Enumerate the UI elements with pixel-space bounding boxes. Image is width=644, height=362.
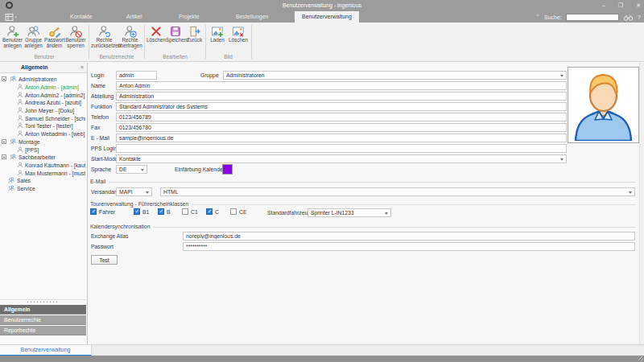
sidebar-splitter-handle[interactable] bbox=[0, 299, 86, 304]
chevron-down-icon bbox=[629, 191, 632, 194]
checkbox-c1[interactable] bbox=[182, 208, 188, 215]
window-title: Benutzerverwaltung - ingenious bbox=[0, 0, 644, 11]
close-button[interactable]: ✕ bbox=[636, 0, 641, 11]
bild-loeschen-button[interactable]: Löschen bbox=[228, 24, 249, 58]
user-block-icon bbox=[69, 25, 82, 38]
tab-benutzerverwaltung[interactable]: Benutzerverwaltung bbox=[295, 11, 359, 23]
tree-expander-icon[interactable] bbox=[2, 76, 6, 81]
sidebar-collapse-icon[interactable]: « bbox=[80, 63, 84, 72]
maximize-button[interactable]: ❒ bbox=[618, 0, 623, 11]
tree-user-andreas-azubi[interactable]: Andreas Azubi - [azubi] bbox=[0, 99, 85, 106]
save-floppy-icon bbox=[169, 25, 182, 38]
fax-input[interactable] bbox=[116, 123, 567, 132]
sidebar: Allgemein « Administratoren Anton Admin … bbox=[0, 63, 88, 344]
start-modul-select[interactable]: Kontakte bbox=[116, 154, 567, 163]
checkbox-ce[interactable] bbox=[230, 208, 237, 215]
checkbox-fahrer[interactable] bbox=[90, 208, 97, 215]
exchange-alias-input[interactable] bbox=[183, 232, 635, 241]
group-label-benutzer: Benutzer bbox=[2, 54, 86, 60]
tab-bestellungen[interactable]: Bestellungen bbox=[229, 11, 275, 23]
email-input[interactable] bbox=[116, 134, 567, 142]
passwort-input[interactable] bbox=[183, 242, 635, 251]
login-label: Login bbox=[91, 72, 105, 78]
tab-kontakte[interactable]: Kontakte bbox=[63, 11, 100, 23]
user-detail-form: Login Gruppe Administratoren Name Abteil… bbox=[89, 63, 644, 344]
email-format-select[interactable]: HTML bbox=[160, 187, 635, 196]
tree-user-anton-admin2[interactable]: Anton Admin2 - [admin2] bbox=[0, 92, 85, 99]
rechte-uebertragen-button[interactable]: Rechte übertragen bbox=[118, 24, 142, 58]
checkbox-c[interactable] bbox=[206, 208, 213, 215]
tree-user-pps[interactable]: [PPS] bbox=[0, 146, 85, 154]
funktion-input[interactable] bbox=[116, 102, 567, 111]
abteilung-label: Abteilung bbox=[91, 93, 114, 99]
search-binoculars-icon[interactable] bbox=[623, 14, 634, 21]
search-label: Suche: bbox=[544, 14, 562, 20]
panel-tab-benutzerrechte[interactable]: Benutzerrechte bbox=[0, 315, 86, 325]
pps-login-input[interactable] bbox=[116, 144, 567, 153]
tab-projekte[interactable]: Projekte bbox=[171, 11, 207, 23]
tree-user-anton-admin[interactable]: Anton Admin - [admin] bbox=[0, 84, 85, 91]
standardfahrzeug-select[interactable]: Sprinter L-IN1233 bbox=[308, 208, 391, 217]
collapse-ribbon-icon[interactable]: ⌃ bbox=[535, 14, 540, 20]
kalender-color-swatch[interactable] bbox=[222, 164, 233, 175]
group-icon bbox=[10, 154, 16, 160]
versandart-select[interactable]: MAPI bbox=[116, 187, 152, 196]
tree-expander-icon[interactable] bbox=[2, 139, 6, 144]
checkbox-b1[interactable] bbox=[134, 208, 140, 215]
test-button[interactable]: Test bbox=[91, 255, 118, 265]
benutzer-sperren-button[interactable]: Benutzer sperren bbox=[65, 24, 86, 58]
benutzer-anlegen-button[interactable]: Benutzer anlegen bbox=[2, 24, 23, 58]
user-transfer-icon bbox=[124, 25, 137, 38]
ribbon-divider bbox=[251, 25, 252, 59]
gruppe-select[interactable]: Administratoren bbox=[223, 71, 567, 80]
tree-user-john-meyer[interactable]: John Meyer - [Doku] bbox=[0, 107, 85, 114]
name-input[interactable] bbox=[116, 81, 567, 90]
rechte-zuruecksetzen-button[interactable]: Rechte zurücksetzen bbox=[91, 24, 118, 58]
tree-group-sachbearbeiter[interactable]: Sachbearbeiter bbox=[0, 154, 85, 161]
user-icon bbox=[17, 170, 23, 176]
user-add-icon bbox=[6, 25, 19, 38]
chevron-down-icon bbox=[385, 212, 388, 215]
minimize-button[interactable]: – bbox=[602, 0, 605, 11]
gruppe-anlegen-button[interactable]: Gruppe anlegen bbox=[23, 24, 43, 58]
tree-user-samuel-schneider[interactable]: Samuel Schneider - [schneider] bbox=[0, 115, 85, 122]
tree-group-sales[interactable]: Sales bbox=[0, 177, 85, 184]
key-edit-icon bbox=[48, 25, 61, 38]
bild-laden-button[interactable]: Laden bbox=[208, 24, 227, 58]
tree-group-montage[interactable]: Montage bbox=[0, 138, 85, 146]
speichern-button[interactable]: Speichern bbox=[166, 24, 185, 58]
tree-expander-icon[interactable] bbox=[2, 154, 6, 159]
group-icon bbox=[10, 138, 16, 145]
passwort-aendern-button[interactable]: Passwort ändern bbox=[44, 24, 64, 58]
sprache-select[interactable]: DE bbox=[116, 165, 147, 174]
ribbon-divider bbox=[205, 25, 206, 59]
zurueck-button[interactable]: Zurück bbox=[185, 24, 204, 58]
search-input[interactable] bbox=[566, 14, 619, 21]
panel-tab-allgemein[interactable]: Allgemein bbox=[0, 305, 86, 315]
tree-user-konrad-kaufmann[interactable]: Konrad Kaufmann - [kaufmann] bbox=[0, 162, 85, 169]
doctab-benutzerverwaltung[interactable]: Benutzerverwaltung bbox=[0, 345, 92, 356]
resize-grip[interactable] bbox=[638, 356, 643, 361]
tree-group-administratoren[interactable]: Administratoren bbox=[0, 76, 85, 83]
app-menu-icon[interactable] bbox=[5, 14, 18, 21]
user-icon bbox=[17, 122, 23, 129]
tree-user-max-mustermann[interactable]: Max Mustermann - [mustermann] bbox=[0, 170, 85, 177]
tree-group-service[interactable]: Service bbox=[0, 185, 85, 192]
telefon-input[interactable] bbox=[116, 113, 567, 121]
tree-user-toni-tester[interactable]: Toni Tester - [tester] bbox=[0, 122, 85, 130]
vertical-scrollbar[interactable] bbox=[639, 63, 644, 344]
user-avatar[interactable] bbox=[568, 67, 639, 143]
group-icon bbox=[8, 185, 14, 191]
abteilung-input[interactable] bbox=[116, 92, 567, 101]
loeschen-button[interactable]: Löschen bbox=[147, 24, 166, 58]
tab-artikel[interactable]: Artikel bbox=[119, 11, 149, 23]
einfaerbung-kalender-label: Einfärbung Kalender bbox=[175, 167, 225, 172]
help-icon[interactable]: ? bbox=[638, 14, 641, 21]
versandart-label: Versandart bbox=[91, 189, 118, 195]
checkbox-b-label: B bbox=[167, 209, 171, 215]
panel-tab-reportrechte[interactable]: Reportrechte bbox=[0, 326, 86, 335]
checkbox-b[interactable] bbox=[158, 208, 164, 215]
group-icon bbox=[8, 177, 14, 183]
tree-user-anton-webadmin[interactable]: Anton Webadmin - [web] bbox=[0, 130, 85, 138]
login-input[interactable] bbox=[116, 71, 157, 80]
